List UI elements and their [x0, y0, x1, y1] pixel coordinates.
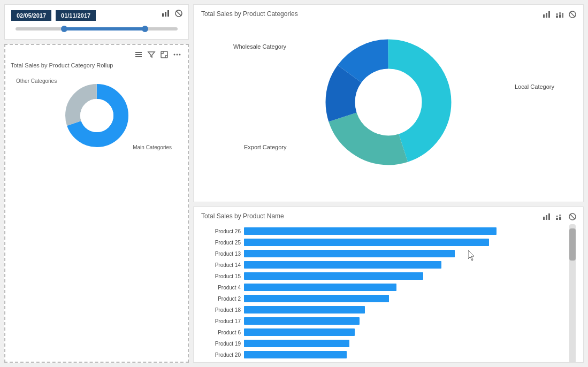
svg-rect-30: [543, 217, 545, 220]
svg-point-9: [174, 54, 175, 56]
left-panel: 02/05/2017 01/11/2017: [4, 4, 189, 363]
donut-labels: Wholesale Category Local Category Export…: [201, 22, 576, 182]
svg-rect-17: [548, 11, 550, 18]
small-donut-chart: [62, 81, 132, 150]
bar-label: Product 20: [201, 352, 244, 358]
bar-fill: [244, 306, 365, 314]
slider-fill: [64, 27, 146, 30]
donut-bar-icon[interactable]: [541, 9, 552, 20]
bar-row: Product 26: [201, 226, 565, 236]
donut-chart-title: Total Sales by Product Categories: [201, 10, 576, 18]
bar-fill: [244, 295, 389, 302]
bar-track[interactable]: [244, 250, 565, 257]
bar-fill: [244, 250, 455, 257]
bar-panel-icons: [541, 211, 578, 222]
bar-fill: [244, 227, 497, 235]
end-date: 01/11/2017: [56, 10, 96, 21]
other-categories-label: Other Categories: [16, 78, 57, 84]
start-date: 02/05/2017: [11, 10, 51, 21]
bar-track[interactable]: [244, 351, 565, 358]
block-icon[interactable]: [173, 8, 184, 19]
export-label: Export Category: [244, 144, 286, 150]
main-container: 02/05/2017 01/11/2017: [0, 0, 588, 367]
small-donut-panel: Total Sales by Product Category Rollup O…: [4, 44, 189, 363]
svg-rect-18: [556, 16, 558, 18]
svg-rect-1: [165, 12, 166, 17]
bar-row: Product 4: [201, 282, 565, 292]
bar-track[interactable]: [244, 239, 565, 246]
svg-point-10: [177, 54, 178, 56]
bar-label: Product 6: [201, 330, 244, 335]
bar-label: Product 19: [201, 341, 244, 347]
svg-rect-15: [543, 14, 545, 18]
expand-icon[interactable]: [159, 49, 170, 60]
bar-chart-icon[interactable]: [161, 8, 171, 19]
bar-track[interactable]: [244, 295, 565, 302]
bar-track[interactable]: [244, 227, 565, 235]
svg-rect-33: [556, 218, 558, 220]
right-panel: Total Sales by Product Categories: [193, 4, 584, 363]
bar-panel-bar-icon[interactable]: [541, 211, 552, 222]
svg-rect-20: [559, 14, 561, 18]
bar-label: Product 18: [201, 307, 244, 313]
bar-track[interactable]: [244, 261, 565, 269]
scrollbar[interactable]: [569, 224, 576, 363]
slider-handle-right[interactable]: [142, 26, 148, 32]
donut-block-icon[interactable]: [567, 9, 578, 20]
scrollbar-thumb[interactable]: [569, 228, 576, 261]
svg-rect-35: [559, 217, 561, 220]
bar-fill: [244, 239, 489, 246]
svg-rect-19: [556, 13, 558, 15]
bar-row: Product 13: [201, 249, 565, 258]
date-range-widget: 02/05/2017 01/11/2017: [4, 4, 189, 40]
bar-chart-title: Total Sales by Product Name: [201, 212, 576, 220]
widget-toolbar: [161, 8, 184, 19]
wholesale-label: Wholesale Category: [233, 43, 286, 50]
filter-icon[interactable]: [146, 49, 157, 60]
donut-stacked-icon[interactable]: [554, 9, 565, 20]
donut-chart-panel: Total Sales by Product Categories: [193, 4, 584, 202]
bar-label: Product 26: [201, 228, 244, 234]
bar-track[interactable]: [244, 306, 565, 314]
svg-rect-0: [162, 13, 164, 17]
bar-panel-stacked-icon[interactable]: [554, 211, 565, 222]
svg-line-4: [176, 11, 181, 16]
svg-rect-7: [135, 56, 142, 57]
slider-handle-left[interactable]: [61, 26, 67, 32]
bar-track[interactable]: [244, 272, 565, 280]
svg-rect-34: [556, 216, 558, 217]
bar-row: Product 2: [201, 294, 565, 303]
date-labels: 02/05/2017 01/11/2017: [11, 10, 182, 21]
bar-row: Product 19: [201, 339, 565, 348]
bar-fill: [244, 351, 347, 358]
more-icon[interactable]: [172, 49, 182, 60]
svg-point-11: [179, 54, 181, 56]
bar-row: Product 14: [201, 260, 565, 270]
date-slider[interactable]: [16, 27, 178, 30]
bar-track[interactable]: [244, 284, 565, 291]
svg-rect-6: [135, 54, 142, 55]
bar-track[interactable]: [244, 340, 565, 347]
bar-fill: [244, 340, 349, 347]
svg-rect-5: [135, 52, 142, 53]
small-donut-title: Total Sales by Product Category Rollup: [11, 62, 182, 68]
hamburger-icon[interactable]: [133, 49, 144, 60]
bar-row: Product 15: [201, 271, 565, 281]
svg-line-24: [570, 12, 575, 17]
svg-rect-21: [559, 12, 561, 14]
bar-chart-panel: Total Sales by Product Name Product 26Pr…: [193, 207, 584, 363]
bar-fill: [244, 284, 396, 291]
donut-panel-icons: [541, 9, 578, 20]
bar-label: Product 25: [201, 240, 244, 246]
bar-panel-block-icon[interactable]: [567, 211, 578, 222]
bar-label: Product 15: [201, 273, 244, 279]
donut-container: Wholesale Category Local Category Export…: [201, 22, 576, 182]
svg-rect-16: [546, 13, 547, 18]
bar-label: Product 17: [201, 318, 244, 324]
bar-chart-container: Product 26Product 25Product 13Product 14…: [201, 224, 565, 363]
bar-track[interactable]: [244, 328, 565, 336]
bar-row: Product 25: [201, 238, 565, 247]
bar-track[interactable]: [244, 317, 565, 325]
bar-label: Product 2: [201, 296, 244, 302]
bar-fill: [244, 328, 355, 336]
